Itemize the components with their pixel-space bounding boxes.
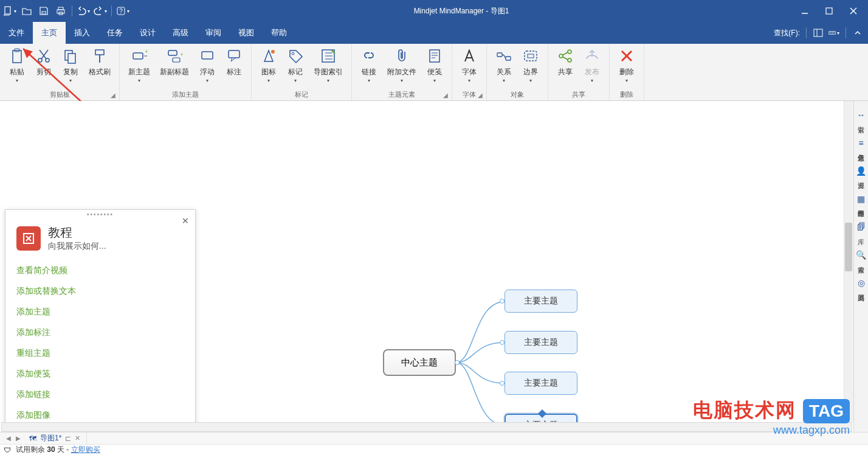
ribbon-btn-label: 链接 [362, 67, 376, 77]
svg-point-52 [568, 58, 571, 62]
svg-rect-33 [202, 52, 213, 59]
ribbon-font-button[interactable]: 字体▾ [456, 46, 483, 85]
ribbon-group-4: 字体▾字体◢ [452, 44, 487, 100]
ribbon-new-subtopic-button[interactable]: +新副标题 [155, 46, 194, 78]
menu-tab-6[interactable]: 审阅 [197, 22, 230, 44]
icons-icon [260, 47, 277, 64]
attach-icon [393, 47, 410, 64]
svg-rect-25 [95, 50, 104, 55]
dropdown-arrow-icon: ▾ [267, 78, 270, 83]
ribbon-format-painter-button[interactable]: 格式刷 [84, 46, 115, 78]
dropdown-arrow-icon: ▾ [69, 78, 72, 83]
ribbon-btn-label: 新主题 [128, 67, 150, 77]
redo-button[interactable]: ▾ [93, 4, 108, 18]
boundary-icon [522, 47, 539, 64]
find-label: 查找(F): [774, 28, 800, 38]
print-button[interactable] [53, 4, 68, 18]
undo-button[interactable]: ▾ [76, 4, 91, 18]
dropdown-arrow-icon: ▾ [294, 78, 297, 83]
menu-tab-2[interactable]: 插入 [66, 22, 98, 44]
dialog-launcher-icon[interactable]: ◢ [109, 92, 117, 99]
ribbon-share-button[interactable]: 共享 [552, 46, 579, 78]
svg-point-50 [559, 54, 563, 58]
svg-rect-17 [13, 50, 21, 63]
delete-icon [618, 47, 635, 64]
ribbon-notes-button[interactable]: 便笺▾ [421, 46, 448, 85]
dropdown-arrow-icon: ▾ [503, 78, 505, 83]
dropdown-arrow-icon: ▾ [433, 78, 436, 83]
ribbon-new-topic-button[interactable]: +新主题▾ [123, 46, 155, 85]
format-painter-icon [91, 47, 108, 64]
svg-rect-3 [57, 10, 64, 13]
dialog-launcher-icon[interactable]: ◢ [477, 92, 484, 99]
svg-rect-27 [133, 53, 143, 59]
ribbon-btn-label: 删除 [619, 67, 634, 77]
ribbon-btn-label: 格式刷 [89, 67, 111, 77]
ribbon-callout-button[interactable]: 标注 [221, 46, 247, 78]
menu-tab-7[interactable]: 视图 [230, 22, 263, 44]
ruler-icon[interactable]: ▾ [828, 27, 839, 38]
svg-rect-2 [58, 7, 63, 10]
collapse-ribbon-icon[interactable] [852, 27, 863, 38]
panel-toggle-icon[interactable] [813, 27, 824, 38]
ribbon-relationship-button[interactable]: 关系▾ [491, 46, 517, 85]
dropdown-arrow-icon: ▾ [206, 78, 208, 83]
menu-tab-3[interactable]: 任务 [98, 22, 131, 44]
dropdown-arrow-icon: ▾ [625, 78, 628, 83]
menu-tab-4[interactable]: 设计 [131, 22, 164, 44]
menu-tab-8[interactable]: 帮助 [263, 22, 295, 44]
new-topic-icon: + [131, 47, 148, 64]
help-button[interactable]: ?▾ [115, 4, 130, 18]
close-button[interactable] [841, 0, 866, 22]
ribbon-map-index-button[interactable]: 导图索引▾ [309, 46, 348, 85]
ribbon-btn-label: 新副标题 [160, 67, 189, 77]
ribbon-paste-button[interactable]: 粘贴▾ [4, 46, 30, 85]
quick-access-toolbar: ▾ ▾ ▾ ?▾ [2, 4, 130, 18]
dropdown-arrow-icon: ▾ [138, 78, 140, 83]
ribbon-btn-label: 浮动 [200, 67, 215, 77]
window-title: Mindjet MindManager - 导图1 [130, 6, 793, 16]
ribbon-tags-button[interactable]: 标记▾ [282, 46, 309, 85]
ribbon-btn-label: 图标 [261, 67, 276, 77]
ribbon-btn-label: 共享 [558, 67, 573, 77]
ribbon: 粘贴▾剪切复制▾格式刷剪贴板◢+新主题▾+新副标题浮动▾标注添加主题图标▾标记▾… [0, 44, 868, 101]
tags-icon [287, 47, 304, 64]
font-icon [461, 47, 478, 64]
callout-icon [226, 47, 243, 64]
svg-rect-34 [229, 50, 239, 58]
ribbon-icons-button[interactable]: 图标▾ [255, 46, 282, 85]
svg-point-51 [568, 50, 571, 54]
svg-text:?: ? [119, 8, 123, 15]
dropdown-arrow-icon: ▾ [368, 78, 370, 83]
notes-icon [426, 47, 443, 64]
svg-point-36 [292, 52, 294, 55]
open-file-button[interactable] [19, 4, 34, 18]
ribbon-group-7: 删除▾删除 [610, 44, 644, 100]
new-file-button[interactable]: ▾ [2, 4, 17, 18]
menu-tab-0[interactable]: 文件 [0, 22, 33, 44]
publish-icon [584, 47, 601, 64]
svg-line-54 [562, 57, 568, 60]
dialog-launcher-icon[interactable]: ◢ [442, 92, 449, 99]
ribbon-floating-button[interactable]: 浮动▾ [194, 46, 221, 85]
save-button[interactable] [36, 4, 51, 18]
dropdown-arrow-icon: ▾ [16, 78, 18, 83]
ribbon-btn-label: 标记 [288, 67, 303, 77]
ribbon-btn-label: 粘贴 [10, 67, 24, 77]
ribbon-cut-button[interactable]: 剪切 [30, 46, 57, 78]
ribbon-delete-button[interactable]: 删除▾ [613, 46, 640, 85]
maximize-button[interactable] [817, 0, 841, 22]
ribbon-btn-label: 剪切 [36, 67, 51, 77]
svg-text:+: + [145, 48, 147, 55]
ribbon-attach-button[interactable]: 附加文件▾ [382, 46, 421, 85]
menu-tab-5[interactable]: 高级 [164, 22, 197, 44]
ribbon-link-button[interactable]: 链接▾ [356, 46, 382, 85]
menu-tab-1[interactable]: 主页 [33, 22, 66, 44]
ribbon-publish-button: 发布▾ [579, 46, 605, 85]
share-icon [557, 47, 574, 64]
ribbon-boundary-button[interactable]: 边界▾ [517, 46, 544, 85]
relationship-icon [495, 47, 512, 64]
minimize-button[interactable] [793, 0, 817, 22]
svg-rect-1 [42, 12, 46, 14]
ribbon-copy-button[interactable]: 复制▾ [57, 46, 84, 85]
